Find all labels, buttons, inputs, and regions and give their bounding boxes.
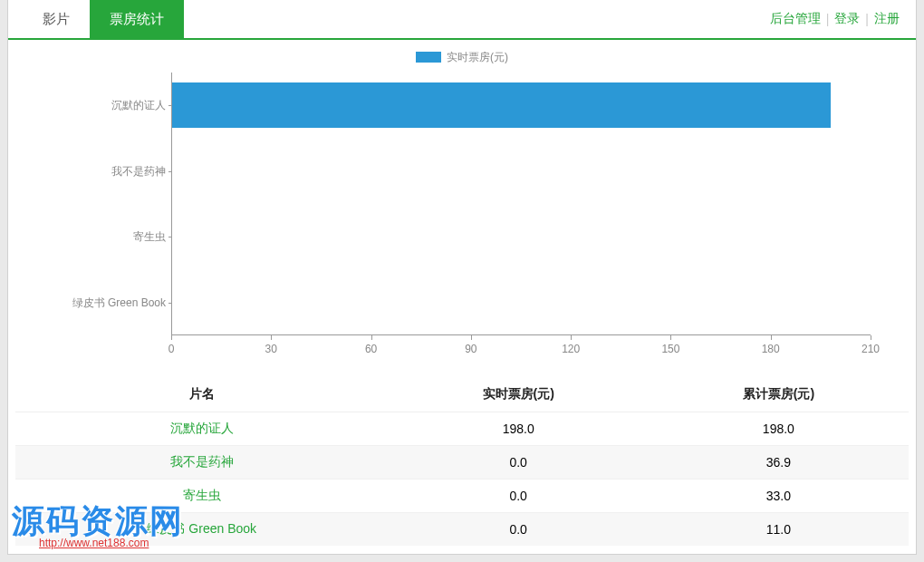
link-admin[interactable]: 后台管理: [770, 11, 821, 27]
legend-swatch: [416, 52, 441, 63]
x-axis-tick-label: 0: [168, 343, 175, 355]
x-axis-tick-label: 30: [265, 343, 277, 355]
x-axis: 0306090120150180210: [171, 335, 871, 363]
chart-plot: 沉默的证人我不是药神寄生虫绿皮书 Green Book 030609012015…: [35, 73, 889, 363]
x-axis-tick-label: 150: [661, 343, 679, 355]
cell-movie-name[interactable]: 我不是药神: [15, 446, 389, 480]
cell-movie-name[interactable]: 沉默的证人: [15, 412, 389, 446]
y-axis-labels: 沉默的证人我不是药神寄生虫绿皮书 Green Book: [35, 73, 171, 335]
separator: |: [826, 12, 830, 26]
cell-realtime: 0.0: [389, 446, 649, 480]
x-axis-tick-label: 180: [762, 343, 780, 355]
x-axis-tick-label: 210: [861, 343, 880, 355]
plot-inner: [171, 73, 871, 335]
cell-realtime: 198.0: [389, 412, 649, 446]
separator: |: [865, 12, 869, 26]
cell-total: 33.0: [649, 480, 909, 513]
col-total: 累计票房(元): [649, 377, 909, 412]
y-axis-category: 寄生虫: [133, 229, 166, 245]
topbar: 影片 票房统计 后台管理 | 登录 | 注册: [8, 0, 916, 40]
y-axis-category: 绿皮书 Green Book: [72, 295, 166, 310]
cell-total: 11.0: [649, 513, 909, 547]
table-row: 我不是药神0.036.9: [15, 446, 909, 480]
legend-label: 实时票房(元): [447, 50, 508, 65]
tab-box-office-stats[interactable]: 票房统计: [90, 0, 184, 38]
table-row: 绿皮书 Green Book0.011.0: [15, 513, 909, 547]
table-header-row: 片名 实时票房(元) 累计票房(元): [15, 377, 909, 412]
col-name: 片名: [15, 377, 389, 412]
x-axis-tick-label: 90: [465, 343, 476, 355]
y-axis-category: 沉默的证人: [111, 98, 166, 113]
x-axis-tick-label: 60: [365, 343, 377, 355]
y-axis-category: 我不是药神: [111, 163, 166, 179]
cell-movie-name[interactable]: 寄生虫: [15, 480, 389, 513]
tab-movies[interactable]: 影片: [23, 0, 90, 38]
cell-realtime: 0.0: [389, 480, 649, 513]
chart-area: 实时票房(元) 沉默的证人我不是药神寄生虫绿皮书 Green Book 0306…: [8, 40, 916, 375]
table-row: 寄生虫0.033.0: [15, 480, 909, 513]
col-realtime: 实时票房(元): [389, 377, 649, 412]
x-axis-tick-label: 120: [562, 343, 580, 355]
link-login[interactable]: 登录: [834, 11, 860, 27]
table-row: 沉默的证人198.0198.0: [15, 412, 909, 446]
link-register[interactable]: 注册: [874, 11, 900, 27]
box-office-table: 片名 实时票房(元) 累计票房(元) 沉默的证人198.0198.0我不是药神0…: [15, 377, 909, 546]
chart-legend[interactable]: 实时票房(元): [35, 47, 889, 67]
chart-bar[interactable]: [172, 82, 831, 128]
cell-total: 198.0: [649, 412, 909, 446]
nav-tabs: 影片 票房统计: [23, 0, 184, 38]
cell-total: 36.9: [649, 446, 909, 480]
page-frame: 影片 票房统计 后台管理 | 登录 | 注册 实时票房(元) 沉默的证人我不是药…: [7, 0, 917, 555]
cell-realtime: 0.0: [389, 513, 649, 547]
cell-movie-name[interactable]: 绿皮书 Green Book: [15, 513, 389, 547]
top-links: 后台管理 | 登录 | 注册: [770, 0, 909, 38]
